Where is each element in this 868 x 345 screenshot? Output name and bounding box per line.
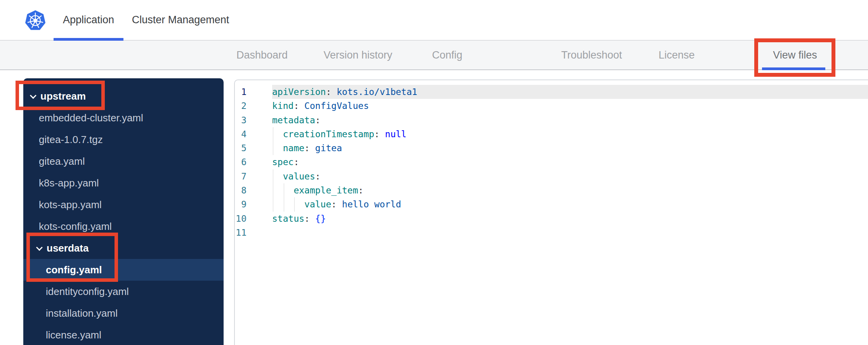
code-line: 2 kind: ConfigValues: [235, 99, 868, 113]
tab-version-history-label: Version history: [323, 49, 392, 61]
tab-application-label: Application: [63, 14, 114, 26]
tab-troubleshoot-label: Troubleshoot: [561, 49, 622, 61]
file-label: gitea-1.0.7.tgz: [39, 134, 103, 146]
file-kots-config-yaml[interactable]: kots-config.yaml: [23, 216, 224, 237]
yaml-key: metadata: [272, 115, 315, 125]
chevron-down-icon: [30, 92, 36, 99]
file-gitea-yaml[interactable]: gitea.yaml: [23, 150, 224, 172]
code-line: 3 metadata:: [235, 113, 868, 127]
line-number: 7: [235, 169, 272, 183]
code-line: 9 value: hello world: [235, 197, 868, 211]
app-header: Application Cluster Management: [0, 0, 868, 41]
tab-version-history[interactable]: Version history: [323, 41, 392, 69]
folder-userdata[interactable]: userdata: [23, 237, 224, 259]
yaml-brackets: {}: [315, 214, 326, 224]
tab-view-files[interactable]: View files: [773, 41, 817, 69]
tab-troubleshoot[interactable]: Troubleshoot: [561, 41, 622, 69]
yaml-separator: :: [293, 101, 304, 111]
yaml-key: creationTimestamp: [272, 129, 374, 139]
code-line: 4 creationTimestamp: null: [235, 127, 868, 141]
chevron-down-icon: [36, 244, 43, 251]
yaml-value: gitea: [315, 143, 342, 153]
yaml-key: values: [272, 171, 315, 181]
tab-application[interactable]: Application: [54, 0, 123, 40]
file-embedded-cluster-yaml[interactable]: embedded-cluster.yaml: [23, 107, 224, 129]
yaml-separator: :: [331, 199, 342, 209]
line-number: 11: [235, 226, 272, 240]
tab-config[interactable]: Config: [432, 41, 462, 69]
file-label: installation.yaml: [46, 307, 118, 319]
yaml-separator: :: [358, 185, 364, 195]
file-label: k8s-app.yaml: [39, 177, 99, 189]
yaml-separator: :: [315, 171, 321, 181]
yaml-separator: :: [304, 214, 315, 224]
file-label: identityconfig.yaml: [46, 286, 129, 298]
yaml-key: status: [272, 214, 304, 224]
file-config-yaml-selected[interactable]: config.yaml: [23, 259, 224, 281]
file-identityconfig-yaml[interactable]: identityconfig.yaml: [23, 281, 224, 302]
yaml-separator: :: [293, 157, 299, 167]
file-label: gitea.yaml: [39, 155, 85, 167]
yaml-separator: :: [304, 143, 315, 153]
code-line: 5 name: gitea: [235, 141, 868, 155]
code-line: 10 status: {}: [235, 212, 868, 226]
code-line: 8 example_item:: [235, 183, 868, 197]
kubernetes-logo-icon[interactable]: [24, 9, 47, 32]
line-number: 2: [235, 99, 272, 113]
code-line: 11: [235, 226, 868, 240]
line-number: 6: [235, 155, 272, 169]
tab-license[interactable]: License: [658, 41, 694, 69]
file-installation-yaml[interactable]: installation.yaml: [23, 302, 224, 324]
line-number: 4: [235, 127, 272, 141]
yaml-key: kind: [272, 101, 293, 111]
yaml-file-viewer[interactable]: 1 apiVersion: kots.io/v1beta1 2 kind: Co…: [234, 79, 868, 345]
yaml-separator: :: [374, 129, 385, 139]
tab-dashboard[interactable]: Dashboard: [236, 41, 288, 69]
yaml-key: name: [272, 143, 304, 153]
yaml-value: hello world: [342, 199, 401, 209]
yaml-key: value: [272, 199, 331, 209]
file-label: license.yaml: [46, 329, 101, 341]
tab-view-files-label: View files: [773, 49, 817, 61]
yaml-key: apiVersion: [272, 87, 326, 97]
active-tab-underline: [54, 38, 123, 41]
tab-license-label: License: [658, 49, 694, 61]
yaml-value: ConfigValues: [304, 101, 369, 111]
yaml-value: kots.io/v1beta1: [337, 87, 417, 97]
file-k8s-app-yaml[interactable]: k8s-app.yaml: [23, 172, 224, 194]
code-line: 7 values:: [235, 169, 868, 183]
file-gitea-tgz[interactable]: gitea-1.0.7.tgz: [23, 129, 224, 150]
folder-upstream-label: upstream: [40, 90, 86, 102]
tab-dashboard-label: Dashboard: [236, 49, 288, 61]
yaml-separator: :: [326, 87, 337, 97]
tab-cluster-management-label: Cluster Management: [132, 14, 229, 26]
file-tree-sidebar: upstream embedded-cluster.yaml gitea-1.0…: [23, 78, 224, 345]
line-number: 3: [235, 113, 272, 127]
file-label: kots-app.yaml: [39, 199, 102, 211]
line-number: 1: [235, 85, 272, 99]
code-line: 1 apiVersion: kots.io/v1beta1: [235, 85, 868, 99]
tab-cluster-management[interactable]: Cluster Management: [128, 0, 233, 40]
file-label: kots-config.yaml: [39, 221, 112, 233]
line-number: 8: [235, 183, 272, 197]
yaml-key: example_item: [272, 185, 358, 195]
file-license-yaml[interactable]: license.yaml: [23, 324, 224, 345]
folder-userdata-label: userdata: [47, 242, 89, 254]
line-number: 5: [235, 141, 272, 155]
line-number: 10: [235, 212, 272, 226]
yaml-separator: :: [315, 115, 321, 125]
code-line: 6 spec:: [235, 155, 868, 169]
tab-config-label: Config: [432, 49, 462, 61]
file-kots-app-yaml[interactable]: kots-app.yaml: [23, 194, 224, 216]
line-number: 9: [235, 197, 272, 211]
app-subnav: Dashboard Version history Config Trouble…: [0, 41, 868, 70]
view-files-active-underline: [762, 67, 825, 70]
file-label: embedded-cluster.yaml: [39, 112, 143, 124]
folder-upstream[interactable]: upstream: [23, 85, 224, 107]
file-label: config.yaml: [46, 264, 102, 276]
yaml-key: spec: [272, 157, 293, 167]
yaml-keyword: null: [385, 129, 406, 139]
